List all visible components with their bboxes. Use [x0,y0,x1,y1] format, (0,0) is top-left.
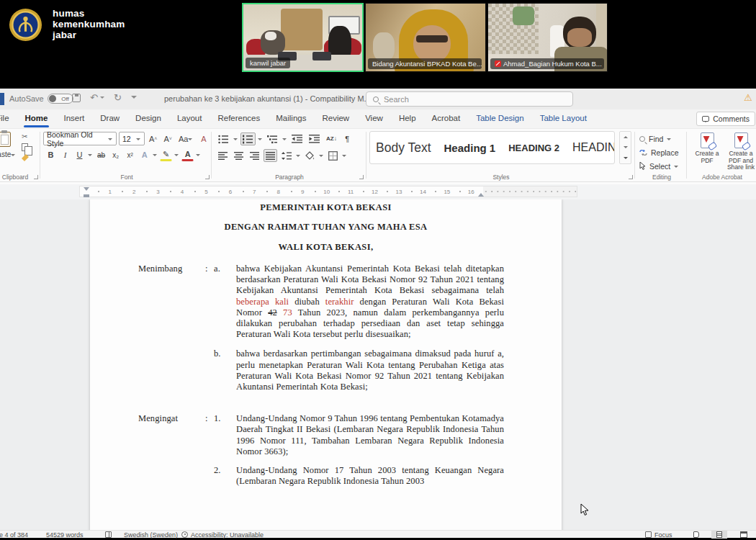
line-spacing-dropdown-icon[interactable] [296,149,301,162]
shrink-font-button[interactable]: A˅ [161,132,174,145]
gallery-expand-icon[interactable] [624,157,628,161]
ribbon-tab[interactable]: Design [127,109,169,128]
undo-button[interactable]: ↶ [90,92,104,103]
highlight-dropdown-icon[interactable] [174,148,179,161]
paste-dropdown-icon[interactable] [11,148,16,161]
redo-button[interactable]: ↻ [114,92,122,103]
align-right-button[interactable] [248,149,261,162]
shading-button[interactable] [303,149,317,162]
shading-dropdown-icon[interactable] [319,149,324,162]
save-icon[interactable] [72,94,81,102]
video-thumbnail-ahmad-bagian-hukum[interactable]: Ahmad_Bagian Hukum Kota B... [487,3,608,72]
highlight-button[interactable]: ✎ [160,148,172,161]
underline-dropdown-icon[interactable] [88,148,93,161]
web-layout-button[interactable] [736,531,752,539]
print-layout-button[interactable] [711,531,727,539]
bullets-button[interactable] [216,132,231,145]
justify-button[interactable] [264,149,277,162]
ribbon-tab[interactable]: Table Design [468,109,531,128]
page-indicator[interactable]: Page 4 of 384 [0,531,28,539]
text-effects-dropdown-icon[interactable] [153,148,158,161]
change-case-button[interactable]: Aa [176,132,195,145]
sort-button[interactable]: AZ↓ [324,132,339,145]
comments-button[interactable]: Comments [696,112,755,126]
cut-button[interactable]: ✂ [22,132,29,140]
paragraph-dialog-launcher-icon[interactable] [359,175,364,179]
style-item[interactable]: HEADING 2 [508,143,559,153]
autosave-control[interactable]: AutoSave Off [9,94,73,104]
style-item[interactable]: HEADING 3 [572,141,615,154]
align-left-button[interactable] [216,149,230,162]
show-formatting-button[interactable]: ¶ [341,132,354,145]
bold-button[interactable]: B [45,148,57,161]
align-center-button[interactable] [232,149,246,162]
autosave-toggle[interactable]: Off [48,94,73,104]
font-name-select[interactable]: Bookman Old Style [43,132,117,145]
ribbon-tab[interactable]: Home [17,109,56,128]
ribbon-tab[interactable]: Table Layout [532,109,595,128]
horizontal-ruler[interactable]: 12345678910111213141516 [79,186,577,197]
search-input[interactable]: Search [366,91,573,107]
borders-dropdown-icon[interactable] [342,149,347,162]
increase-indent-button[interactable] [307,132,322,145]
superscript-button[interactable]: x² [124,148,136,161]
font-dialog-launcher-icon[interactable] [205,175,210,179]
ribbon-tab[interactable]: Draw [92,109,127,128]
numbering-button[interactable] [240,132,256,145]
ribbon-tab[interactable]: Insert [55,109,92,128]
document-page[interactable]: PEMERINTAH KOTA BEKASI DENGAN RAHMAT TUH… [90,199,562,530]
style-gallery-scroll[interactable] [619,131,631,164]
word-count[interactable]: 54529 words [46,531,84,539]
ribbon-tab[interactable]: View [357,109,391,128]
customize-qat-icon[interactable] [131,95,137,101]
replace-button[interactable]: Replace [639,145,679,159]
find-dropdown-icon[interactable] [667,132,672,145]
select-dropdown-icon[interactable] [674,160,679,173]
scroll-up-icon[interactable] [624,134,628,138]
font-size-select[interactable]: 12 [119,132,145,145]
style-item[interactable]: Body Text [376,140,431,156]
numbering-dropdown-icon[interactable] [258,132,263,145]
create-pdf-button[interactable]: Create a PDF [691,132,723,164]
decrease-indent-button[interactable] [289,132,305,145]
style-item[interactable]: Heading 1 [444,142,496,154]
copy-button[interactable] [22,143,28,151]
create-pdf-share-button[interactable]: Create a PDF and Share link [725,132,756,171]
scroll-down-icon[interactable] [624,146,628,150]
ribbon-tab[interactable]: References [210,109,268,128]
bullets-dropdown-icon[interactable] [233,132,238,145]
select-button[interactable]: Select [639,159,679,173]
ribbon-tab[interactable]: Review [314,109,357,128]
ribbon-tab[interactable]: Layout [169,109,210,128]
italic-button[interactable]: I [59,148,71,161]
font-color-dropdown-icon[interactable] [196,148,201,161]
paste-button[interactable]: Paste [0,132,17,161]
warning-icon[interactable]: ⚠ [744,92,752,103]
styles-dialog-launcher-icon[interactable] [629,175,633,179]
font-color-button[interactable]: A [181,148,194,161]
ribbon-tab[interactable]: Acrobat [424,109,469,128]
accessibility-status[interactable]: Accessibility: Unavailable [181,531,264,539]
ribbon-tab[interactable]: File [0,109,17,128]
multilevel-list-button[interactable] [265,132,280,145]
format-painter-button[interactable] [22,154,29,161]
left-indent-marker[interactable] [84,187,89,197]
video-thumbnail-bidang-akuntansi[interactable]: Bidang Akuntansi BPKAD Kota Be... [365,3,486,72]
find-button[interactable]: Find [639,132,679,145]
line-spacing-button[interactable] [279,149,294,162]
ribbon-tab[interactable]: Help [391,109,424,128]
proofing-status[interactable] [105,531,114,539]
clear-formatting-button[interactable]: A [197,132,210,145]
language-indicator[interactable]: Swedish (Sweden) [124,531,178,539]
multilevel-dropdown-icon[interactable] [282,132,287,145]
document-title[interactable]: perubahan ke 3 kebijakan akuntansi (1) -… [164,94,382,103]
subscript-button[interactable]: x₂ [109,148,122,161]
focus-button[interactable]: Focus [645,531,672,539]
borders-button[interactable] [326,149,340,162]
video-thumbnail-kanwil-jabar[interactable]: kanwil jabar [242,3,364,72]
underline-button[interactable]: U [73,148,86,161]
strikethrough-button[interactable]: ab [95,148,107,161]
ribbon-tab[interactable]: Mailings [268,109,314,128]
text-effects-button[interactable]: A [138,148,150,161]
clipboard-dialog-launcher-icon[interactable] [34,175,38,179]
